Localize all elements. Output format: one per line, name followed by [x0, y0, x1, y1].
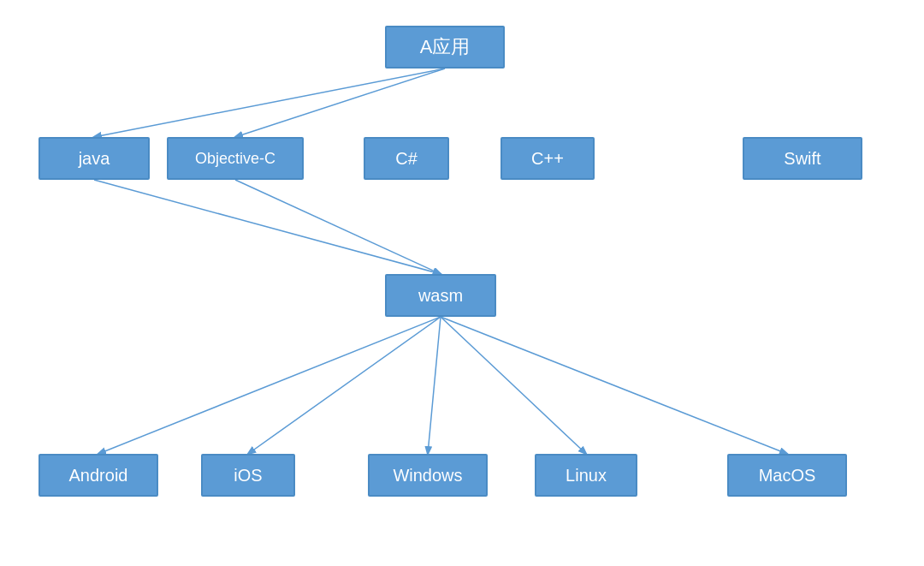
line-wasm-windows — [428, 317, 441, 454]
line-wasm-android — [98, 317, 441, 454]
line-java-wasm — [94, 180, 441, 274]
line-wasm-linux — [441, 317, 586, 454]
node-macos: MacOS — [727, 454, 847, 497]
node-swift-label: Swift — [784, 149, 820, 169]
line-root-objc — [235, 69, 445, 137]
node-swift: Swift — [743, 137, 862, 180]
node-objc: Objective-C — [167, 137, 304, 180]
node-cpp-label: C++ — [531, 149, 564, 169]
node-linux-label: Linux — [566, 466, 607, 486]
line-wasm-ios — [248, 317, 441, 454]
node-java-label: java — [79, 149, 110, 169]
node-root: A应用 — [385, 26, 505, 69]
node-macos-label: MacOS — [759, 466, 816, 486]
node-csharp-label: C# — [395, 149, 418, 169]
node-root-label: A应用 — [420, 34, 471, 60]
node-objc-label: Objective-C — [195, 150, 275, 168]
node-android: Android — [38, 454, 158, 497]
diagram-container: A应用 java Objective-C C# C++ Swift wasm A… — [0, 0, 924, 566]
node-linux: Linux — [535, 454, 637, 497]
node-ios: iOS — [201, 454, 295, 497]
node-cpp: C++ — [500, 137, 595, 180]
node-windows-label: Windows — [393, 466, 462, 486]
node-android-label: Android — [69, 466, 128, 486]
node-java: java — [38, 137, 150, 180]
node-wasm-label: wasm — [418, 286, 463, 306]
node-csharp: C# — [364, 137, 449, 180]
node-wasm: wasm — [385, 274, 496, 317]
line-wasm-macos — [441, 317, 787, 454]
node-ios-label: iOS — [234, 466, 262, 486]
line-objc-wasm — [235, 180, 441, 274]
line-root-java — [94, 69, 445, 137]
node-windows: Windows — [368, 454, 488, 497]
